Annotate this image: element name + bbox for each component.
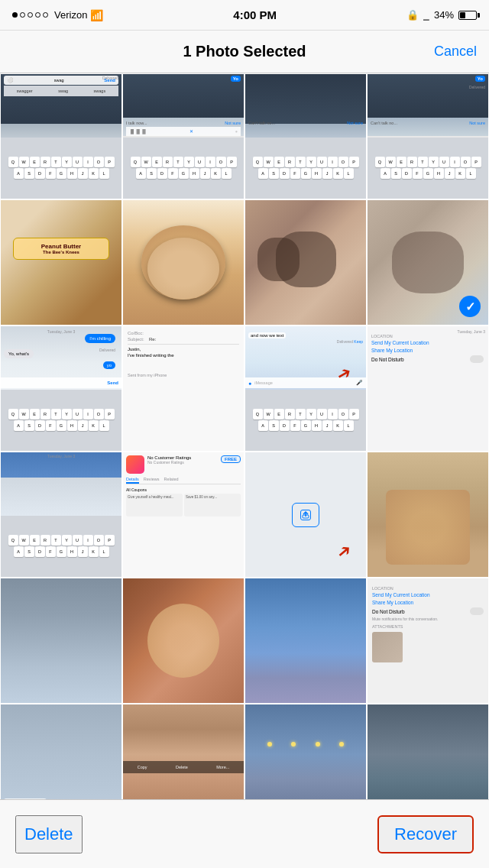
photo-cell-3-4[interactable]: Tuesday, June 3 LOCATION Send My Current…	[367, 326, 489, 452]
bottom-toolbar: Delete Recover	[0, 799, 489, 868]
light-4	[339, 742, 344, 747]
share-button[interactable]	[292, 503, 319, 527]
photo-cell-2-2[interactable]	[122, 199, 244, 326]
cancel-button[interactable]: Cancel	[434, 44, 477, 60]
signal-dot-5	[43, 12, 48, 18]
and-now-text: and now we text	[248, 332, 286, 338]
camera-icon-3-3: ●	[248, 381, 251, 386]
photo-cell-4-1[interactable]: Tuesday, June 3 QWERTYUIOP ASDFGHJKL	[0, 452, 122, 578]
food2-visual	[147, 604, 220, 679]
landscape-bg	[1, 578, 121, 703]
copy-action[interactable]: Copy	[138, 765, 147, 769]
carrier-label: Verizon	[54, 9, 87, 21]
status-time: 4:00 PM	[233, 8, 277, 21]
photo-cell-3-1[interactable]: Tuesday, June 3 I'm chilling Delivered y…	[0, 326, 122, 452]
battery-icon	[458, 11, 477, 20]
cant-talk-label-2: Can't talk no...	[371, 121, 397, 125]
mic-icon-3-3: 🎤	[356, 380, 363, 386]
photo-cell-4-4[interactable]	[367, 452, 489, 578]
photo-cell-2-4[interactable]: ✓	[367, 199, 489, 326]
tab-reviews[interactable]: Reviews	[144, 477, 160, 484]
photo-cell-5-3[interactable]	[244, 578, 367, 704]
attachment-thumb	[372, 632, 403, 662]
photo-cell-4-2[interactable]: No Customer Ratings No Customer Ratings …	[122, 452, 244, 578]
more-action[interactable]: More...	[216, 765, 229, 769]
divider	[128, 344, 239, 345]
audio-bar-1: ▐▌▐▌▐▌	[129, 129, 147, 134]
recover-button[interactable]: Recover	[377, 815, 474, 853]
photo-cell-3-3[interactable]: and now we text Delivered Keep ● iMessag…	[244, 326, 367, 452]
email-footer: Sent from my iPhone	[128, 373, 239, 377]
imessage-placeholder: iMessage	[254, 381, 353, 385]
action-bar-overlay: Copy Delete More...	[123, 761, 244, 773]
photo-cell-2-3[interactable]	[244, 199, 367, 326]
status-left: Verizon 📶	[12, 9, 103, 21]
location-panel-1: Tuesday, June 3 LOCATION Send My Current…	[367, 326, 488, 451]
status-right: 🔒 ⎯ 34%	[406, 9, 477, 21]
suggestion-1: swagger	[17, 89, 33, 93]
tab-related[interactable]: Related	[164, 477, 179, 484]
photo-cell-5-1[interactable]	[0, 578, 122, 704]
light-1	[267, 742, 272, 747]
person-silhouette-2	[257, 238, 300, 281]
not-sure-1: Not sure	[225, 121, 241, 125]
person-silhouette-3	[392, 232, 465, 294]
red-arrow-1: ➔	[333, 361, 355, 386]
signal-dot-1	[12, 12, 18, 18]
not-sure-2: Not sure	[347, 121, 363, 125]
photo-cell-1-3[interactable]: Can't talk no... Not sure QWERTYUIOP ASD…	[244, 73, 367, 199]
send-current-location-1: Send My Current Location	[371, 340, 484, 345]
date-label-1: Tuesday, June 3	[1, 329, 121, 334]
battery-fill	[460, 12, 465, 18]
tab-details[interactable]: Details	[126, 477, 139, 484]
yo-badge-2: Yo	[475, 76, 485, 82]
peanut-butter-label: Peanut Butter The Bee's Knees	[13, 238, 109, 260]
photo-cell-3-2[interactable]: Co/Bcc: Subject: Re: Justin, I've finish…	[122, 326, 244, 452]
talk-label: I talk now...	[126, 121, 147, 125]
pancake-visual-2	[147, 238, 220, 300]
email-greeting: Justin,	[128, 347, 239, 351]
photo-cell-5-4[interactable]: LOCATION Send My Current Location Share …	[367, 578, 489, 704]
not-sure-3: Not sure	[469, 121, 485, 125]
selected-checkmark: ✓	[459, 296, 481, 317]
cobcc-row: Co/Bcc:	[128, 331, 239, 335]
light-3	[316, 742, 320, 747]
do-not-disturb-1: Do Not Disturb	[371, 355, 484, 363]
date-label-4-1: Tuesday, June 3	[1, 454, 121, 458]
dnd-toggle-2[interactable]	[470, 607, 484, 615]
keyboard-overlay-3: QWERTYUIOP ASDFGHJKL	[245, 138, 366, 199]
dnd-label-1: Do Not Disturb	[371, 357, 404, 362]
photo-cell-1-1[interactable]: ⚪ swag Send swagger swag swags QWERTYUIO…	[0, 73, 122, 199]
delivered-label-3-1: Delivered	[99, 348, 115, 352]
wifi-icon: 📶	[90, 9, 103, 21]
photo-cell-2-1[interactable]: Peanut Butter The Bee's Knees	[0, 199, 122, 326]
keyboard-3-1: QWERTYUIOP ASDFGHJKL	[1, 390, 121, 451]
dnd-label-2: Do Not Disturb	[372, 609, 405, 614]
photo-cell-4-3[interactable]: ➔	[244, 452, 367, 578]
nav-bar: 1 Photo Selected Cancel	[0, 31, 489, 73]
app-ratings: No Customer Ratings	[147, 460, 191, 465]
subject-label: Subject:	[128, 337, 149, 342]
status-bar: Verizon 📶 4:00 PM 🔒 ⎯ 34%	[0, 0, 489, 31]
keyboard-3-3: QWERTYUIOP ASDFGHJKL	[245, 390, 366, 451]
circle-btn-1: ●	[235, 129, 238, 134]
photo-cell-1-4[interactable]: Yo Delivered Can't talk no... Not sure Q…	[367, 73, 489, 199]
photo-cell-1-2[interactable]: Yo ▐▌▐▌▐▌ ✕ ● I talk now... Not sure QWE…	[122, 73, 244, 199]
close-btn-1: ✕	[189, 129, 193, 134]
delete-action[interactable]: Delete	[176, 765, 188, 769]
location-section-label-2: LOCATION	[372, 586, 484, 591]
send-btn-3-1: Send	[107, 381, 118, 385]
do-not-disturb-2: Do Not Disturb	[372, 607, 484, 615]
coupon-item-2: Save $1.00 on any...	[184, 494, 241, 517]
status-delivered-1: Delivered	[102, 76, 118, 80]
signal-dots	[12, 12, 48, 18]
keyboard-overlay-1: QWERTYUIOP ASDFGHJKL	[1, 138, 121, 199]
keyboard-overlay-4: QWERTYUIOP ASDFGHJKL	[368, 138, 488, 199]
input-text-1: swag	[54, 78, 64, 83]
delete-button[interactable]: Delete	[15, 815, 83, 853]
suggestion-3: swags	[94, 89, 106, 93]
free-badge[interactable]: FREE	[221, 455, 241, 463]
photo-cell-5-2[interactable]	[122, 578, 244, 704]
yo-badge-1: Yo	[231, 76, 241, 82]
dnd-toggle-1[interactable]	[470, 355, 484, 363]
